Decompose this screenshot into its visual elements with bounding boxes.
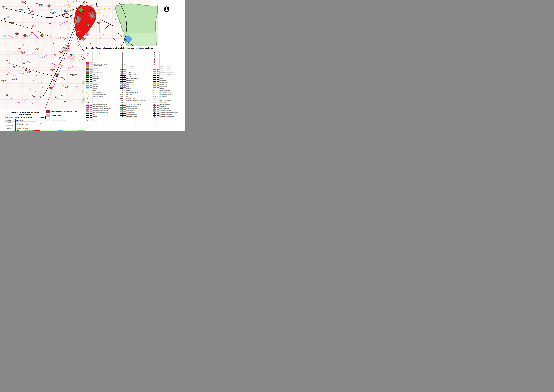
legend-header-current: súčasný stav <box>120 50 122 51</box>
legend-swatch-current <box>86 82 89 84</box>
legend-item: elektrické vedenie 220 kV <box>153 68 185 70</box>
legend-item: vodné dielo <box>120 88 152 90</box>
legend-swatch-current <box>86 110 89 111</box>
legend-item-label: plynovod tranzitný <box>160 80 166 81</box>
legend-item-label: chránené ložiskové územie <box>160 90 170 91</box>
sub-legend-label: VÝROBA NÁVRH <box>51 115 62 116</box>
legend-swatch-current <box>120 52 123 54</box>
legend-swatch-current <box>153 54 156 56</box>
legend-swatch-planned <box>123 62 126 64</box>
legend-swatch-planned <box>157 107 159 109</box>
legend-swatch-planned <box>157 78 159 80</box>
legend-swatch-current <box>86 90 89 91</box>
legend-swatch-current <box>153 99 156 101</box>
legend-item: lesopark <box>86 80 119 82</box>
legend-item-label: ostatná cykloturistická trasa (podľa hie… <box>126 104 141 105</box>
legend-item: zvernica, obora, bažantnica <box>86 96 119 98</box>
legend-item: kompa <box>120 86 152 87</box>
legend-item: skládka odpadov na odpad, ktorý nie je n… <box>153 112 185 113</box>
legend-item-label: prístav <box>126 84 129 85</box>
legend-item: trávny porast <box>86 84 119 86</box>
legend-swatch-current <box>120 56 123 58</box>
legend-swatch-planned <box>123 70 126 72</box>
legend-column-3: súčasný stavrozvojové zámeryjadrová elek… <box>153 49 185 121</box>
legend-swatch-current <box>86 84 89 85</box>
legend-item-label: prepúšťacia stanica plynového vedenia <box>160 72 174 73</box>
legend-swatch-planned <box>90 58 92 60</box>
legend-swatch-current <box>153 68 156 70</box>
legend-swatch-current <box>86 88 89 89</box>
legend-swatch-current <box>86 70 89 72</box>
legend-swatch-current <box>153 96 156 97</box>
legend-swatch-planned <box>90 86 92 87</box>
legend-swatch-planned <box>90 112 92 113</box>
legend-item-label: národná kultúrna pamiatka (hrad, zrúcani… <box>93 102 109 103</box>
legend-item: vodná elektráreň <box>153 54 185 56</box>
legend-swatch-planned <box>90 104 92 105</box>
legend-item: ramsarská lokalita <box>120 110 152 111</box>
legend-swatch-current <box>153 86 156 87</box>
legend-item-label: rýchlostná cesta <box>126 53 132 54</box>
legend-swatch-current <box>120 88 123 89</box>
legend-swatch-planned <box>157 98 159 99</box>
legend-swatch-current <box>153 76 156 77</box>
legend-swatch-planned <box>157 74 159 76</box>
north-arrow-icon <box>164 6 170 13</box>
legend-swatch-planned <box>90 54 92 56</box>
legend-item-label: hranica Slovenskej republiky <box>93 53 103 54</box>
legend-item: skládka odpadov na nebezpečný odpad <box>153 115 185 117</box>
legend-item-label: geotermálny vrt <box>93 120 98 121</box>
legend-swatch-planned <box>90 94 92 95</box>
legend-swatch-current: 6 <box>120 84 123 85</box>
legend-swatch-planned <box>157 76 159 77</box>
legend-item-label: ochranné pásmo letiska <box>126 98 135 99</box>
legend-item: terminál kombinovanej prepravy <box>120 92 152 93</box>
legend-swatch-planned <box>90 90 92 91</box>
legend-swatch-planned <box>157 58 159 60</box>
legend-item-label: staré banské dielo <box>160 106 166 107</box>
legend-header-current: súčasný stav <box>153 50 156 51</box>
legend-item-label: elektrické vedenie 110 kV - vzdušné <box>160 70 173 71</box>
legend-item-label: dobývacie priestory <box>160 86 167 87</box>
legend-item: bytovokomunálna plocha <box>86 62 119 64</box>
legend-swatch-planned <box>123 66 126 68</box>
legend-swatch-current <box>120 74 123 76</box>
legend-swatch-planned <box>123 86 126 87</box>
legend-column-2: súčasný stavrozvojové zámeryrýchlostná c… <box>120 49 152 121</box>
legend-item: kompresorová stanica plynového vedenia <box>153 74 185 76</box>
legend-item-label: cesta 2. triedy <box>126 59 132 59</box>
legend-swatch-planned: 6 <box>123 84 126 85</box>
legend-item-label: plocha špeciálneho určenia <box>93 74 103 75</box>
legend-swatch-planned <box>123 72 126 74</box>
legend-swatch-planned <box>157 110 159 111</box>
legend-item: mestská pamiatková rezervácia, PRĽA a je… <box>86 98 119 99</box>
settlement-relations-icon <box>46 119 49 121</box>
legend-item-label: kompresorová stanica plynového vedenia <box>160 74 175 75</box>
legend-item-label: zdroj znečistenia ovzdušia <box>160 108 169 109</box>
legend-item: rýchlostná cesta <box>120 52 152 54</box>
sheet-margin <box>158 0 185 47</box>
legend-swatch-current <box>120 60 123 62</box>
legend-swatch-current <box>120 62 123 64</box>
legend-swatch-current <box>153 74 156 76</box>
legend-swatch-current <box>153 88 156 89</box>
legend-item-label: ochranné pásmo prírodného liečivého zdro… <box>93 115 109 117</box>
legend-swatch-current <box>120 110 123 111</box>
legend-swatch-current <box>86 113 89 115</box>
legend-swatch-planned <box>123 76 126 77</box>
legend-item: hranica kraja <box>86 54 119 56</box>
legend-swatch-current <box>120 66 123 68</box>
legend-swatch-planned <box>90 119 92 121</box>
legend-swatch-current <box>120 104 123 105</box>
legend-item-label: mestská komunikácia <box>126 63 134 63</box>
legend-item: mestská komunikácia <box>120 62 152 64</box>
legend-swatch-planned <box>157 54 159 56</box>
legend-item-label: územie náchylné na zosuvy <box>160 104 170 105</box>
legend-swatch-current <box>86 92 89 93</box>
legend-item: podzemné zásobníky zemného plynu <box>153 94 185 95</box>
legend-swatch-current <box>153 82 156 84</box>
legend-swatch-planned <box>90 74 92 76</box>
legend-item: plynovod tranzitný <box>153 80 185 82</box>
legend-item: stanica ŽSR <box>120 72 152 74</box>
legend-swatch-current <box>86 72 89 74</box>
